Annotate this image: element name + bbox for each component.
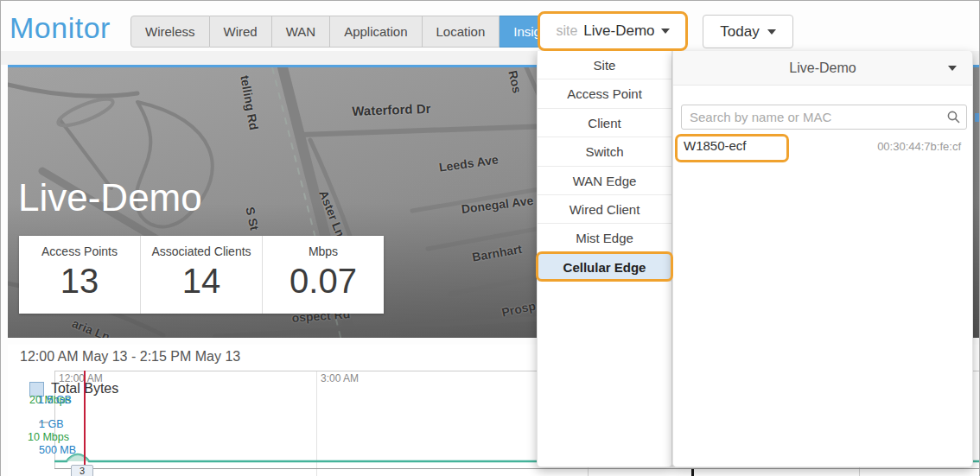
site-selector-prefix: site (556, 23, 577, 39)
stat-mbps: Mbps 0.07 (263, 236, 384, 314)
chevron-down-icon (948, 66, 957, 71)
device-search (681, 105, 967, 130)
axis-subtick (859, 469, 860, 476)
menu-item-site[interactable]: Site (538, 51, 671, 79)
map-blue-marker (975, 113, 979, 122)
stat-access-points: Access Points 13 (19, 236, 141, 314)
map-site-title: Live-Demo (18, 176, 202, 219)
y-tick-gb-1: 1 GB (39, 418, 64, 430)
search-input[interactable] (681, 105, 967, 130)
axis-time-marker (691, 469, 694, 476)
insights-entity-menu: Site Access Point Client Switch WAN Edge… (537, 51, 672, 467)
monitor-tabs: Wireless Wired WAN Application Location … (130, 16, 573, 48)
menu-item-cellular-edge[interactable]: Cellular Edge (538, 253, 671, 282)
device-panel-site-name: Live-Demo (789, 60, 856, 76)
menu-item-access-point[interactable]: Access Point (538, 79, 671, 108)
device-list-item-name[interactable]: W1850-ecf (684, 138, 747, 153)
device-picker-panel: Live-Demo W1850-ecf 00:30:44:7b:fe:cf (672, 51, 973, 467)
monitor-insights-page: Monitor Wireless Wired WAN Application L… (0, 0, 980, 476)
stat-label: Associated Clients (151, 244, 251, 258)
device-list-item-mac: 00:30:44:7b:fe:cf (877, 140, 961, 153)
street-label: Leeds Ave (438, 152, 500, 174)
street-label: Ros (506, 69, 524, 94)
stat-value: 13 (60, 262, 99, 301)
chevron-down-icon (661, 29, 670, 34)
chart-cursor-line[interactable] (84, 371, 86, 465)
tab-wireless[interactable]: Wireless (130, 16, 210, 48)
stat-label: Access Points (41, 244, 118, 258)
menu-item-switch[interactable]: Switch (538, 137, 671, 166)
site-selector-dropdown[interactable]: site Live-Demo (538, 11, 688, 51)
menu-item-mist-edge[interactable]: Mist Edge (538, 224, 671, 252)
search-icon (946, 110, 961, 124)
street-label: S St (243, 206, 261, 232)
street-label: aria Ln (70, 316, 112, 338)
y-tick-gb-1-5: 1.5 GB (38, 394, 72, 406)
street-label: Aster Ln (316, 188, 347, 239)
y-tick-mbps-10: 10 Mbps (28, 431, 69, 443)
chart-time-range-title: 12:00 AM May 13 - 2:15 PM May 13 (20, 349, 240, 365)
menu-item-wired-client[interactable]: Wired Client (538, 195, 671, 224)
chevron-down-icon (767, 29, 776, 35)
site-selector-value: Live-Demo (583, 22, 654, 40)
street-label: Donegal Ave (461, 194, 534, 216)
device-panel-site-dropdown[interactable]: Live-Demo (673, 51, 972, 86)
tab-wan[interactable]: WAN (272, 16, 330, 48)
y-tick-mb-500: 500 MB (39, 444, 76, 456)
street-label: Prosp (500, 299, 537, 320)
stat-value: 14 (182, 262, 221, 301)
tab-wired[interactable]: Wired (210, 16, 272, 48)
axis-subtick (588, 469, 589, 476)
stat-label: Mbps (309, 244, 338, 258)
tab-location[interactable]: Location (423, 16, 500, 48)
page-title: Monitor (10, 11, 111, 45)
street-label: Barnhart (471, 242, 523, 264)
street-label: telling Rd (238, 74, 261, 131)
menu-item-client[interactable]: Client (538, 109, 671, 137)
time-range-value: Today (720, 23, 759, 41)
cursor-value-box: 3 (71, 465, 93, 476)
time-range-dropdown[interactable]: Today (703, 15, 793, 48)
stat-value: 0.07 (290, 262, 357, 301)
street-label: Waterford Dr (352, 101, 431, 118)
tab-application[interactable]: Application (330, 16, 422, 48)
site-stats-row: Access Points 13 Associated Clients 14 M… (19, 236, 384, 314)
stat-associated-clients: Associated Clients 14 (141, 236, 263, 314)
menu-item-wan-edge[interactable]: WAN Edge (538, 167, 671, 195)
